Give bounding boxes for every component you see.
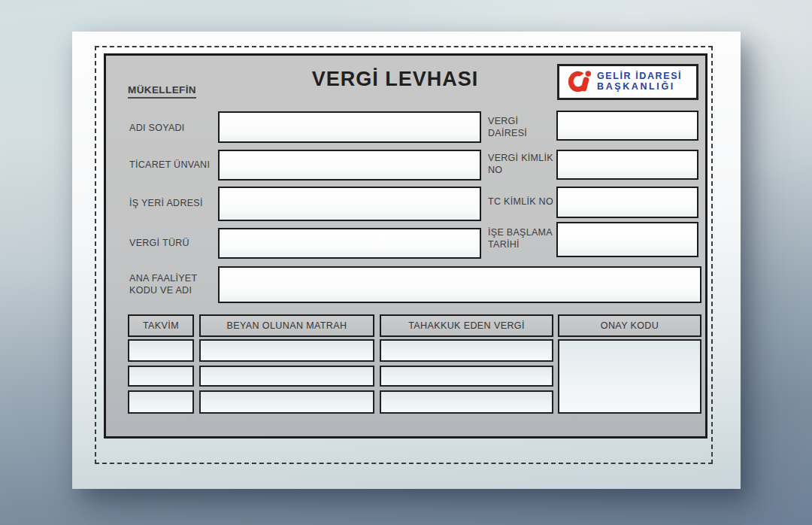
field-box-vergi-kimlik-no[interactable] — [556, 150, 698, 180]
field-label-tc-kimlik-no: TC KİMLİK NO — [488, 187, 557, 218]
table-cell-vergi-row3[interactable] — [380, 390, 553, 414]
table-cell-vergi-row2[interactable] — [380, 366, 553, 387]
logo: GELİR İDARESİ BAŞKANLIĞI — [557, 64, 698, 100]
table-cell-vergi-row1[interactable] — [380, 339, 553, 362]
gi-emblem-icon — [562, 68, 594, 96]
table-cell-takvim-row3[interactable] — [128, 390, 194, 414]
field-label-vergi-dairesi: VERGİ DAİRESİ — [488, 113, 556, 143]
field-label-adi-soyadi: ADI SOYADI — [129, 114, 214, 144]
field-box-ise-baslama-tarihi[interactable] — [556, 222, 698, 257]
scene-background: VERGİ LEVHASI MÜKELLEFİN GELİR İDARESİ B… — [0, 0, 812, 525]
field-box-vergi-dairesi[interactable] — [556, 111, 698, 141]
table-header-beyan-olunan-matrah: BEYAN OLUNAN MATRAH — [199, 314, 374, 337]
field-box-is-yeri-adresi[interactable] — [218, 187, 481, 221]
field-box-ticaret-unvani[interactable] — [218, 150, 481, 181]
table-header-tahakkuk-eden-vergi: TAHAKKUK EDEN VERGİ — [380, 314, 553, 337]
field-label-vergi-turu: VERGİ TÜRÜ — [129, 228, 220, 259]
table-cell-onay-kodu[interactable] — [558, 339, 701, 414]
table-cell-takvim-row2[interactable] — [128, 366, 194, 387]
table-cell-takvim-row1[interactable] — [128, 339, 194, 362]
logo-text: GELİR İDARESİ BAŞKANLIĞI — [597, 71, 682, 93]
logo-line2: BAŞKANLIĞI — [597, 81, 675, 92]
field-label-ticaret-unvani: TİCARET ÜNVANI — [129, 150, 220, 181]
field-label-vergi-kimlik-no: VERGİ KİMLİK NO — [488, 150, 556, 180]
section-heading: MÜKELLEFİN — [128, 84, 196, 99]
field-label-is-yeri-adresi: İŞ YERİ ADRESİ — [129, 187, 220, 221]
field-box-tc-kimlik-no[interactable] — [556, 187, 698, 218]
field-label-ise-baslama-tarihi: İŞE BAŞLAMA TARİHİ — [488, 221, 556, 257]
tax-plate-document: VERGİ LEVHASI MÜKELLEFİN GELİR İDARESİ B… — [72, 32, 741, 489]
field-box-ana-faaliyet[interactable] — [218, 266, 701, 303]
form-panel: VERGİ LEVHASI MÜKELLEFİN GELİR İDARESİ B… — [104, 53, 707, 439]
table-header-onay-kodu: ONAY KODU — [558, 314, 701, 337]
table-cell-matrah-row1[interactable] — [199, 339, 374, 362]
field-box-vergi-turu[interactable] — [218, 228, 481, 259]
field-label-ana-faaliyet: ANA FAALİYET KODU VE ADI — [129, 266, 220, 303]
logo-line1: GELİR İDARESİ — [597, 71, 682, 81]
table-cell-matrah-row3[interactable] — [199, 390, 374, 414]
field-box-adi-soyadi[interactable] — [218, 111, 481, 143]
table-header-takvim: TAKVİM — [128, 314, 194, 337]
table-cell-matrah-row2[interactable] — [199, 366, 374, 387]
